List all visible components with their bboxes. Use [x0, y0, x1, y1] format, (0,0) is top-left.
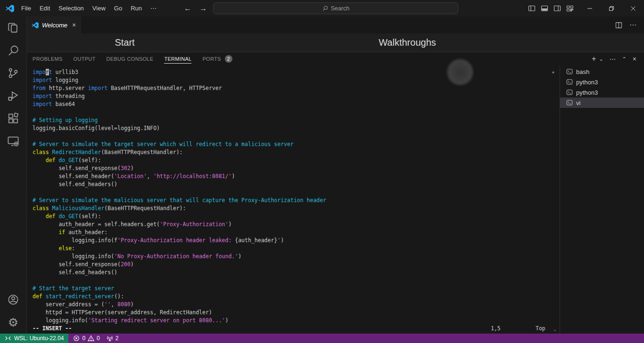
terminal-line: httpd = HTTPServer(server_address, Redir… [33, 309, 560, 317]
source-control-icon[interactable] [0, 62, 26, 84]
terminal-line: # Setting up logging [33, 116, 560, 124]
terminal-session-label: bash [576, 68, 589, 75]
panel-tab-label: PORTS [202, 56, 221, 62]
terminal-line: def do_GET(self): [33, 156, 560, 164]
terminal-session-python3[interactable]: python3 [560, 77, 644, 87]
menu-view[interactable]: View [88, 0, 110, 16]
maximize-panel-icon[interactable]: ⌃ [622, 57, 627, 62]
terminal-icon [566, 89, 573, 96]
terminal-line: # Start the target server [33, 285, 560, 293]
split-editor-icon[interactable] [615, 22, 622, 29]
terminal-line: logging.info('No Proxy-Authorization hea… [33, 253, 560, 261]
terminal-line [33, 108, 560, 116]
warning-count: 0 [97, 335, 100, 342]
terminal-line: else: [33, 245, 560, 253]
panel-tab-debug-console[interactable]: DEBUG CONSOLE [107, 55, 154, 63]
menu-more[interactable]: ⋯ [146, 0, 161, 16]
remote-indicator[interactable]: WSL: Ubuntu-22.04 [0, 334, 68, 343]
toggle-secondary-sidebar-icon[interactable] [553, 5, 561, 12]
tab-label: Welcome [42, 22, 67, 29]
panel-header: PROBLEMSOUTPUTDEBUG CONSOLETERMINALPORTS… [27, 52, 644, 65]
close-icon[interactable] [622, 0, 644, 16]
terminal-line: server_address = ('', 8080) [33, 301, 560, 309]
warning-icon [88, 335, 94, 342]
terminal-line: import threading [33, 92, 560, 100]
terminal-icon [566, 79, 573, 85]
terminal-session-label: python3 [576, 89, 598, 96]
tab-close-icon[interactable]: × [72, 22, 76, 28]
history-nav: ← → [184, 0, 207, 16]
terminal-line: import logging [33, 76, 560, 84]
welcome-walkthroughs-heading: Walkthroughs [375, 37, 440, 48]
problems-indicator[interactable]: 0 0 [73, 335, 99, 342]
vscode-logo-icon [6, 4, 14, 13]
vim-cursor-position: 1,5 [491, 325, 501, 333]
terminal-line: from http.server import BaseHTTPRequestH… [33, 84, 560, 92]
explorer-icon[interactable] [0, 16, 26, 39]
terminal-line: self.end_headers() [33, 269, 560, 277]
terminal-line: import base64 [33, 100, 560, 108]
terminal-line: self.send_header('Location', 'http://loc… [33, 172, 560, 180]
terminal-line: logging.info(f'Proxy-Authorization heade… [33, 237, 560, 245]
launch-profile-chevron-icon[interactable]: ⌄ [599, 57, 603, 62]
terminal-line [33, 277, 560, 285]
customize-layout-icon[interactable] [566, 5, 574, 12]
restore-icon[interactable] [601, 0, 622, 16]
welcome-start-heading: Start [98, 37, 152, 48]
ports-badge: 2 [225, 55, 232, 63]
vim-scroll-position: Top [536, 325, 545, 333]
menu-go[interactable]: Go [110, 0, 126, 16]
remote-explorer-icon[interactable] [0, 130, 26, 152]
panel-tab-output[interactable]: OUTPUT [74, 55, 96, 63]
forward-arrow-icon[interactable]: → [199, 4, 207, 13]
settings-gear-icon[interactable]: ⚙ [0, 311, 26, 334]
welcome-page: Start Walkthroughs [27, 33, 644, 52]
panel-tab-terminal[interactable]: TERMINAL [164, 55, 191, 64]
vim-ruler: 1,5 Top ⌄ [27, 325, 560, 333]
window-controls [579, 0, 644, 16]
close-panel-icon[interactable]: × [633, 56, 636, 62]
more-actions-icon[interactable]: ⋯ [629, 21, 636, 29]
terminal-session-vi[interactable]: vi [560, 98, 644, 108]
panel-tab-label: DEBUG CONSOLE [107, 56, 154, 62]
back-arrow-icon[interactable]: ← [184, 4, 191, 13]
bottom-panel: PROBLEMSOUTPUTDEBUG CONSOLETERMINALPORTS… [27, 52, 644, 334]
scroll-up-indicator: ▲ [552, 68, 554, 76]
terminal-line: def start_redirect_server(): [33, 293, 560, 301]
toggle-panel-icon[interactable] [541, 5, 548, 12]
ports-indicator[interactable]: 2 [107, 335, 119, 342]
panel-tab-ports[interactable]: PORTS2 [202, 54, 232, 64]
panel-actions: + ⌄ ⋯ ⌃ × [592, 52, 636, 65]
terminal-line: class RedirectHandler(BaseHTTPRequestHan… [33, 148, 560, 156]
terminal-icon [566, 99, 573, 106]
menu-run[interactable]: Run [126, 0, 146, 16]
terminal-viewport[interactable]: ▲ 1,5 Top ⌄ import urllib3import logging… [27, 65, 560, 334]
terminal-line: class MaliciousHandler(BaseHTTPRequestHa… [33, 204, 560, 212]
terminal-session-python3[interactable]: python3 [560, 87, 644, 98]
new-terminal-icon[interactable]: + [592, 55, 596, 63]
menu-edit[interactable]: Edit [35, 0, 54, 16]
search-icon[interactable] [0, 39, 26, 62]
terminal-line: self.send_response(302) [33, 164, 560, 172]
more-actions-icon[interactable]: ⋯ [610, 56, 616, 62]
accounts-icon[interactable] [0, 288, 26, 311]
tab-welcome[interactable]: Welcome × [27, 16, 81, 33]
panel-body: ▲ 1,5 Top ⌄ import urllib3import logging… [27, 65, 644, 334]
terminal-line: # Server to simulate the target server w… [33, 140, 560, 148]
toggle-sidebar-icon[interactable] [528, 5, 536, 12]
menu-selection[interactable]: Selection [54, 0, 88, 16]
run-and-debug-icon[interactable] [0, 84, 26, 107]
terminal-session-bash[interactable]: bash [560, 66, 644, 77]
vscode-file-icon [32, 22, 39, 29]
extensions-icon[interactable] [0, 107, 26, 130]
panel-tab-label: PROBLEMS [33, 56, 63, 62]
terminal-line: auth_header = self.headers.get('Proxy-Au… [33, 220, 560, 229]
terminal-line: def do_GET(self): [33, 212, 560, 220]
command-center-search[interactable]: Search [213, 2, 458, 14]
error-icon [73, 335, 80, 342]
minimize-icon[interactable] [579, 0, 601, 16]
panel-tab-problems[interactable]: PROBLEMS [33, 55, 63, 63]
panel-tab-label: OUTPUT [74, 56, 96, 62]
menu-file[interactable]: File [17, 0, 35, 16]
terminal-line: self.end_headers() [33, 180, 560, 188]
